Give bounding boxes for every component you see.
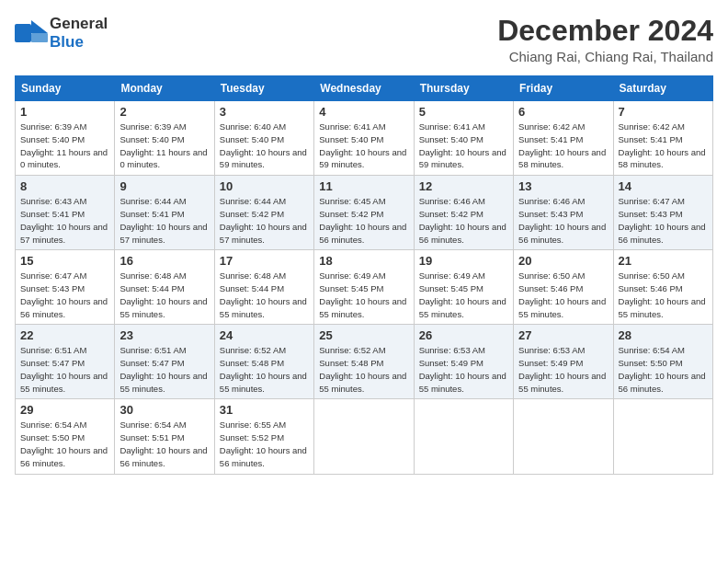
day-info: Sunrise: 6:54 AMSunset: 5:51 PMDaylight:… — [119, 419, 209, 469]
day-cell: 2Sunrise: 6:39 AMSunset: 5:40 PMDaylight… — [115, 101, 214, 176]
day-number: 19 — [419, 254, 508, 268]
day-cell: 1Sunrise: 6:39 AMSunset: 5:40 PMDaylight… — [16, 101, 115, 176]
day-number: 22 — [20, 328, 109, 342]
day-info: Sunrise: 6:39 AMSunset: 5:40 PMDaylight:… — [119, 121, 209, 171]
day-number: 12 — [419, 179, 508, 193]
day-info: Sunrise: 6:52 AMSunset: 5:48 PMDaylight:… — [220, 344, 309, 395]
day-info: Sunrise: 6:46 AMSunset: 5:42 PMDaylight:… — [419, 195, 508, 246]
day-number: 20 — [518, 254, 608, 268]
day-info: Sunrise: 6:40 AMSunset: 5:40 PMDaylight:… — [220, 121, 309, 171]
day-cell: 7Sunrise: 6:42 AMSunset: 5:41 PMDaylight… — [613, 101, 712, 176]
day-info: Sunrise: 6:53 AMSunset: 5:49 PMDaylight:… — [419, 344, 508, 395]
logo-blue: Blue — [50, 33, 84, 51]
day-info: Sunrise: 6:43 AMSunset: 5:41 PMDaylight:… — [20, 195, 109, 246]
day-info: Sunrise: 6:44 AMSunset: 5:42 PMDaylight:… — [220, 195, 309, 246]
day-info: Sunrise: 6:45 AMSunset: 5:42 PMDaylight:… — [319, 195, 408, 246]
logo: General Blue — [15, 15, 108, 52]
day-cell: 16Sunrise: 6:48 AMSunset: 5:44 PMDayligh… — [115, 250, 214, 325]
day-cell — [514, 399, 613, 474]
day-cell: 17Sunrise: 6:48 AMSunset: 5:44 PMDayligh… — [214, 250, 313, 325]
day-number: 27 — [518, 328, 608, 342]
day-info: Sunrise: 6:49 AMSunset: 5:45 PMDaylight:… — [419, 270, 508, 320]
svg-rect-0 — [15, 24, 31, 42]
day-info: Sunrise: 6:49 AMSunset: 5:45 PMDaylight:… — [319, 270, 408, 320]
day-info: Sunrise: 6:42 AMSunset: 5:41 PMDaylight:… — [518, 121, 608, 171]
day-info: Sunrise: 6:51 AMSunset: 5:47 PMDaylight:… — [20, 344, 109, 395]
day-cell: 15Sunrise: 6:47 AMSunset: 5:43 PMDayligh… — [16, 250, 115, 325]
day-number: 5 — [419, 105, 508, 119]
col-header-sunday: Sunday — [16, 76, 115, 101]
day-cell: 4Sunrise: 6:41 AMSunset: 5:40 PMDaylight… — [314, 101, 414, 176]
day-cell — [613, 399, 712, 474]
week-row: 1Sunrise: 6:39 AMSunset: 5:40 PMDaylight… — [16, 101, 713, 176]
location-title: Chiang Rai, Chiang Rai, Thailand — [497, 49, 713, 64]
page-header: General Blue December 2024 Chiang Rai, C… — [15, 15, 713, 64]
day-info: Sunrise: 6:47 AMSunset: 5:43 PMDaylight:… — [20, 270, 109, 320]
day-cell: 19Sunrise: 6:49 AMSunset: 5:45 PMDayligh… — [414, 250, 513, 325]
day-number: 29 — [20, 403, 109, 417]
logo-general: General — [50, 15, 108, 32]
day-number: 8 — [20, 179, 109, 193]
day-info: Sunrise: 6:55 AMSunset: 5:52 PMDaylight:… — [220, 419, 309, 469]
day-cell: 25Sunrise: 6:52 AMSunset: 5:48 PMDayligh… — [314, 325, 414, 399]
day-number: 7 — [619, 105, 708, 119]
col-header-thursday: Thursday — [414, 76, 513, 101]
day-cell: 8Sunrise: 6:43 AMSunset: 5:41 PMDaylight… — [16, 176, 115, 250]
day-cell: 10Sunrise: 6:44 AMSunset: 5:42 PMDayligh… — [214, 176, 313, 250]
day-info: Sunrise: 6:54 AMSunset: 5:50 PMDaylight:… — [20, 419, 109, 469]
day-info: Sunrise: 6:53 AMSunset: 5:49 PMDaylight:… — [518, 344, 608, 395]
day-cell: 24Sunrise: 6:52 AMSunset: 5:48 PMDayligh… — [214, 325, 313, 399]
day-number: 13 — [518, 179, 608, 193]
logo-icon — [15, 20, 48, 46]
calendar-table: SundayMondayTuesdayWednesdayThursdayFrid… — [15, 75, 713, 474]
day-cell: 3Sunrise: 6:40 AMSunset: 5:40 PMDaylight… — [214, 101, 313, 176]
day-cell: 27Sunrise: 6:53 AMSunset: 5:49 PMDayligh… — [514, 325, 613, 399]
day-number: 6 — [518, 105, 608, 119]
day-number: 11 — [319, 179, 408, 193]
day-number: 2 — [119, 105, 209, 119]
day-number: 23 — [119, 328, 209, 342]
day-number: 28 — [619, 328, 708, 342]
day-info: Sunrise: 6:39 AMSunset: 5:40 PMDaylight:… — [20, 121, 109, 171]
day-cell: 5Sunrise: 6:41 AMSunset: 5:40 PMDaylight… — [414, 101, 513, 176]
day-cell: 23Sunrise: 6:51 AMSunset: 5:47 PMDayligh… — [115, 325, 214, 399]
day-cell: 18Sunrise: 6:49 AMSunset: 5:45 PMDayligh… — [314, 250, 414, 325]
svg-marker-1 — [31, 20, 48, 33]
week-row: 15Sunrise: 6:47 AMSunset: 5:43 PMDayligh… — [16, 250, 713, 325]
col-header-tuesday: Tuesday — [214, 76, 313, 101]
day-info: Sunrise: 6:48 AMSunset: 5:44 PMDaylight:… — [220, 270, 309, 320]
day-info: Sunrise: 6:51 AMSunset: 5:47 PMDaylight:… — [119, 344, 209, 395]
day-cell: 11Sunrise: 6:45 AMSunset: 5:42 PMDayligh… — [314, 176, 414, 250]
day-number: 31 — [220, 403, 309, 417]
day-number: 18 — [319, 254, 408, 268]
day-info: Sunrise: 6:46 AMSunset: 5:43 PMDaylight:… — [518, 195, 608, 246]
day-cell: 29Sunrise: 6:54 AMSunset: 5:50 PMDayligh… — [16, 399, 115, 474]
day-cell: 9Sunrise: 6:44 AMSunset: 5:41 PMDaylight… — [115, 176, 214, 250]
day-number: 17 — [220, 254, 309, 268]
month-title: December 2024 — [497, 15, 713, 47]
day-number: 24 — [220, 328, 309, 342]
header-row: SundayMondayTuesdayWednesdayThursdayFrid… — [16, 76, 713, 101]
day-number: 4 — [319, 105, 408, 119]
day-cell: 26Sunrise: 6:53 AMSunset: 5:49 PMDayligh… — [414, 325, 513, 399]
day-number: 25 — [319, 328, 408, 342]
day-cell: 22Sunrise: 6:51 AMSunset: 5:47 PMDayligh… — [16, 325, 115, 399]
day-cell: 31Sunrise: 6:55 AMSunset: 5:52 PMDayligh… — [214, 399, 313, 474]
col-header-wednesday: Wednesday — [314, 76, 414, 101]
day-cell: 30Sunrise: 6:54 AMSunset: 5:51 PMDayligh… — [115, 399, 214, 474]
day-cell — [414, 399, 513, 474]
col-header-saturday: Saturday — [613, 76, 712, 101]
day-info: Sunrise: 6:48 AMSunset: 5:44 PMDaylight:… — [119, 270, 209, 320]
week-row: 8Sunrise: 6:43 AMSunset: 5:41 PMDaylight… — [16, 176, 713, 250]
day-cell: 14Sunrise: 6:47 AMSunset: 5:43 PMDayligh… — [613, 176, 712, 250]
day-info: Sunrise: 6:41 AMSunset: 5:40 PMDaylight:… — [319, 121, 408, 171]
day-info: Sunrise: 6:42 AMSunset: 5:41 PMDaylight:… — [619, 121, 708, 171]
day-number: 15 — [20, 254, 109, 268]
day-number: 9 — [119, 179, 209, 193]
week-row: 22Sunrise: 6:51 AMSunset: 5:47 PMDayligh… — [16, 325, 713, 399]
day-info: Sunrise: 6:52 AMSunset: 5:48 PMDaylight:… — [319, 344, 408, 395]
day-cell — [314, 399, 414, 474]
day-info: Sunrise: 6:47 AMSunset: 5:43 PMDaylight:… — [619, 195, 708, 246]
day-info: Sunrise: 6:54 AMSunset: 5:50 PMDaylight:… — [619, 344, 708, 395]
day-number: 30 — [119, 403, 209, 417]
